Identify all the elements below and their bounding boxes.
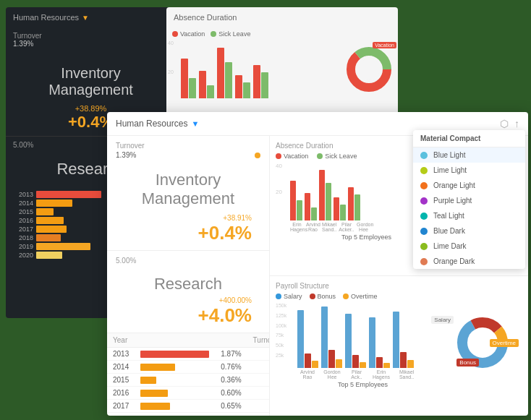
bar-2017 <box>135 400 215 413</box>
bar-2014 <box>135 361 215 374</box>
payroll-section: Payroll Structure Salary Bonus Overtime <box>270 276 528 416</box>
inventory-change-pct: +38.91% <box>116 214 260 222</box>
payroll-bar-chart: 150k125k100k75k50k25k0 <box>276 303 450 368</box>
value-2014: 0.76% <box>215 361 247 374</box>
dropdown-item-orange-light[interactable]: Orange Light <box>413 178 525 193</box>
orange-dark-label: Orange Dark <box>433 257 475 265</box>
year-2015: 2015 <box>107 374 135 387</box>
payroll-top5-label: Top 5 Employees <box>276 381 450 388</box>
svg-point-2 <box>358 59 380 80</box>
main-header-title: Human Resources <box>116 119 187 129</box>
vacation-legend-item: Vacation <box>276 153 308 160</box>
research-widget: 5.00% Research +400.00% +4.0% <box>107 251 269 333</box>
bar-2013 <box>135 348 215 361</box>
table-row: 2014 0.76% <box>107 361 269 374</box>
lime-dark-label: Lime Dark <box>433 242 467 250</box>
turnover-value: 1.39% <box>116 151 260 159</box>
orange-light-color-dot <box>420 182 428 189</box>
dropdown-item-blue-dark[interactable]: Blue Dark <box>413 223 525 239</box>
bonus-legend-dot <box>310 293 315 299</box>
blue-light-label: Blue Light <box>433 151 465 159</box>
year-2014: 2014 <box>107 361 135 374</box>
blue-light-color-dot <box>420 152 428 159</box>
blue-dark-label: Blue Dark <box>433 227 465 235</box>
table-row: 2018 0.54% <box>107 413 269 416</box>
research-change-pct: +400.00% <box>116 296 260 304</box>
overtime-legend-label: Overtime <box>351 293 378 300</box>
table-row: 2013 1.87% <box>107 348 269 361</box>
share-icon[interactable]: ⬡ <box>500 118 509 129</box>
inventory-management-title: Inventory Management <box>116 159 260 214</box>
absence-y-axis: 40200 <box>276 163 282 220</box>
dropdown-item-lime-light[interactable]: Lime Light <box>413 163 525 178</box>
year-2013: 2013 <box>107 348 135 361</box>
sick-legend-dot <box>317 153 323 159</box>
bg-vacation-legend: Vacation <box>180 30 205 38</box>
year-2017: 2017 <box>107 400 135 413</box>
left-column: Turnover 1.39% Inventory Management +38.… <box>107 136 270 416</box>
main-filter-icon[interactable]: ▼ <box>191 119 199 128</box>
value-2015: 0.36% <box>215 374 247 387</box>
value-2017: 0.65% <box>215 400 247 413</box>
main-header-icons: ⬡ ↑ <box>500 118 519 129</box>
col-turnover-header: Turnover <box>247 333 269 348</box>
bonus-donut-label: Bonus <box>456 359 479 367</box>
bonus-legend-item: Bonus <box>310 293 336 300</box>
bar-2016 <box>135 387 215 400</box>
dropdown-header: Material Compact <box>413 130 525 147</box>
table-row: 2015 0.36% <box>107 374 269 387</box>
lime-light-label: Lime Light <box>433 166 467 174</box>
overtime-legend-item: Overtime <box>343 293 378 300</box>
turnover-indicator-dot <box>255 153 260 158</box>
teal-light-label: Teal Light <box>433 212 464 220</box>
orange-light-label: Orange Light <box>433 181 475 189</box>
theme-dropdown[interactable]: Material Compact Blue Light Lime Light O… <box>413 130 525 269</box>
salary-donut-label: Salary <box>431 316 454 324</box>
turnover-widget: Turnover 1.39% Inventory Management +38.… <box>107 136 269 251</box>
overtime-legend-dot <box>343 293 349 299</box>
dropdown-item-lime-dark[interactable]: Lime Dark <box>413 239 525 254</box>
payroll-y-axis: 150k125k100k75k50k25k0 <box>276 303 286 368</box>
turnover-label: Turnover <box>116 142 260 150</box>
salary-legend-dot <box>276 293 281 299</box>
research-value-label: 5.00% <box>116 257 260 265</box>
bg-turnover-value: 1.39% <box>13 40 169 48</box>
bg-card-header: Human Resources ▼ <box>6 7 176 27</box>
purple-light-label: Purple Light <box>433 197 472 205</box>
table-row: 2016 0.60% <box>107 387 269 400</box>
lime-dark-color-dot <box>420 243 428 250</box>
lime-light-color-dot <box>420 167 428 174</box>
sick-legend-item: Sick Leave <box>317 153 357 160</box>
salary-legend-item: Salary <box>276 293 302 300</box>
bg-header-title: Human Resources <box>13 13 79 22</box>
vacation-legend-label: Vacation <box>284 153 308 160</box>
teal-light-color-dot <box>420 213 428 220</box>
research-title: Research <box>116 266 260 296</box>
bg-inventory-title: Inventory Management <box>13 51 169 104</box>
salary-legend-label: Salary <box>284 293 302 300</box>
bg-absence-header: Absence Duration <box>166 7 398 27</box>
table-row: 2017 0.65% <box>107 400 269 413</box>
research-change-big: +4.0% <box>116 304 260 327</box>
value-2016: 0.60% <box>215 387 247 400</box>
bg-sick-legend: Sick Leave <box>218 30 250 38</box>
sick-legend-label: Sick Leave <box>325 153 357 160</box>
vacation-legend-dot <box>276 153 281 159</box>
dot-2013 <box>247 348 269 361</box>
overtime-donut-label: Overtime <box>490 339 519 347</box>
dropdown-item-blue-light[interactable]: Blue Light <box>413 147 525 163</box>
year-2016: 2016 <box>107 387 135 400</box>
year-2018: 2018 <box>107 413 135 416</box>
inventory-change-big: +0.4% <box>116 222 260 244</box>
bar-2018 <box>135 413 215 416</box>
payroll-legend: Salary Bonus Overtime <box>276 293 522 300</box>
dropdown-item-orange-dark[interactable]: Orange Dark <box>413 254 525 269</box>
bonus-legend-label: Bonus <box>318 293 336 300</box>
bg-turnover-label: Turnover <box>13 32 169 40</box>
blue-dark-color-dot <box>420 228 428 235</box>
dropdown-item-teal-light[interactable]: Teal Light <box>413 208 525 223</box>
bg-filter-icon: ▼ <box>82 14 89 22</box>
dropdown-item-purple-light[interactable]: Purple Light <box>413 193 525 208</box>
export-icon[interactable]: ↑ <box>514 118 519 129</box>
main-header-left: Human Resources ▼ <box>116 119 199 129</box>
